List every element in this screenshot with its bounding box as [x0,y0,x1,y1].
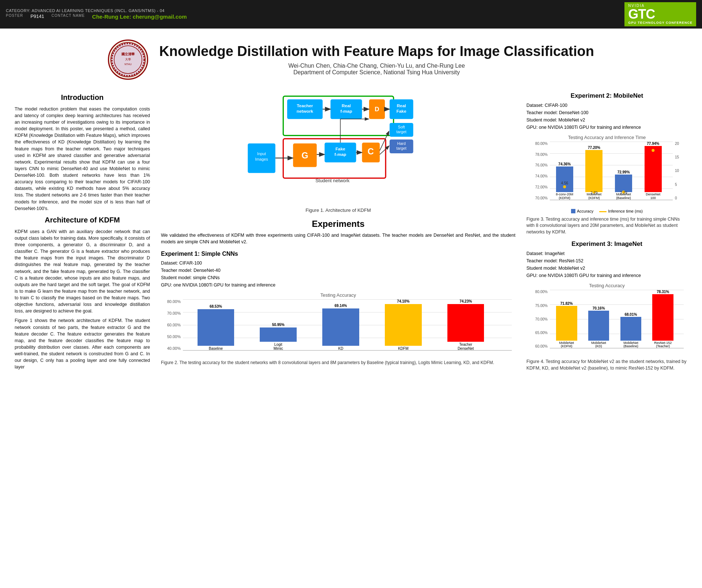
exp2-chart-title: Testing Accuracy and Inference Time [526,135,687,140]
exp2-chart: Testing Accuracy and Inference Time 80.0… [526,135,687,213]
exp1-chart: Testing Accuracy 80.00% 70.00% 60.00% 50… [161,292,515,358]
header-contact: POSTER P9141 CONTACT NAME Che-Rung Lee: … [6,14,187,20]
logo-block: NVIDIA GTC GPU TECHNOLOGY CONFERENCE [628,4,692,25]
svg-text:NTHU: NTHU [124,63,131,65]
exp3-chart-title: Testing Accuracy [526,283,687,288]
architecture-diagram: Teacher network Real f-map D Real Fake [236,92,441,204]
svg-text:大學: 大學 [125,58,131,61]
svg-text:f-map: f-map [340,109,352,114]
svg-text:2.79: 2.79 [590,191,598,195]
svg-text:target: target [396,146,406,150]
svg-text:Fake: Fake [335,146,345,151]
paper-title: Knowledge Distillation with Feature Maps… [159,44,594,60]
exp2-dataset: Dataset: CIFAR-100 [526,102,687,109]
exp2-heading: Experiment 2: MobileNet [526,92,687,100]
exp2-student: Student model: MobileNet v2 [526,116,687,124]
svg-text:G: G [301,151,308,160]
svg-text:C: C [367,147,373,156]
figure2-caption: Figure 2. The testing accuracy for the s… [161,360,515,365]
exp1-heading: Experiment 1: Simple CNNs [161,251,515,257]
exp1-info: Dataset: CIFAR-100 Teacher model: DenseN… [161,259,515,289]
left-column: Introduction The model reduction problem… [15,92,150,374]
svg-text:Fake: Fake [396,109,406,114]
exp3-teacher: Teacher model: ResNet-152 [526,257,687,265]
exp1-gpu: GPU: one NVIDIA 1080Ti GPU for training … [161,281,515,289]
figure4-caption: Figure 4. Testing accuracy for MobileNet… [526,359,687,371]
svg-text:Real: Real [342,103,351,108]
figure3-caption: Figure 3. Testing accuracy and inference… [526,216,687,236]
svg-text:Student network: Student network [315,177,350,183]
university-logo: 國立清華 大學 NTHU [108,40,148,80]
experiments-heading: Experiments [161,219,515,229]
exp1-grid: 68.53% Baseline 50.95% LogitMimic [183,299,512,351]
intro-heading: Introduction [15,92,150,103]
arch-heading: Architecture of KDFM [15,215,150,225]
bar-resnet152: 78.31% ResNet-152(Teacher) [649,290,677,348]
svg-text:target: target [396,130,406,134]
bar-mobilenet-baseline-inet: 68.01% MobileNet(Baseline) [617,290,645,348]
category-label: CATEGORY: ADVANCED AI LEARNING TECHNIQUE… [6,8,187,13]
bar-baseline: 68.53% Baseline [193,299,239,351]
svg-text:4.56: 4.56 [561,181,568,185]
bar-mobilenet-kdfm-inet: 71.82% MobileNet(KDFM) [552,290,581,348]
exp2-gpu: GPU: one NVIDIA 1080Ti GPU for training … [526,124,687,131]
exp2-right-y: 20 15 10 5 0 [673,142,687,200]
svg-text:f-map: f-map [334,152,346,157]
header: CATEGORY: ADVANCED AI LEARNING TECHNIQUE… [0,0,702,29]
bar-mobilenet-kd-inet: 70.16% MobileNet(KD) [585,290,613,348]
svg-text:Hard: Hard [397,141,405,146]
university-seal: 國立清華 大學 NTHU [110,41,146,78]
bar-kd: 69.14% KD [318,299,364,351]
svg-text:Real: Real [397,103,406,108]
legend-inference-time: Inference time (ms) [599,209,643,213]
kdfm-diagram-svg: Teacher network Real f-map D Real Fake [236,92,441,203]
arch-paragraph-1: KDFM uses a GAN with an auxiliary decode… [15,228,150,315]
svg-text:2.79: 2.79 [620,191,627,195]
contact-label: CONTACT NAME [52,14,85,20]
poster-label: POSTER [6,14,23,20]
experiments-section: Experiments We validated the effectivene… [161,219,515,371]
middle-column: Teacher network Real f-map D Real Fake [161,92,515,371]
exp1-y-axis: 80.00% 70.00% 60.00% 50.00% 40.00% [161,299,182,351]
nvidia-gtc-logo: NVIDIA GTC GPU TECHNOLOGY CONFERENCE [624,2,696,26]
svg-text:Teacher: Teacher [297,103,313,108]
bar-teacher: 74.23% TeacherDenseNet [443,299,489,351]
title-text-block: Knowledge Distillation with Feature Maps… [159,44,594,76]
exp3-gpu: GPU: one NVIDIA 1080Ti GPU for training … [526,272,687,279]
exp3-y-axis: 80.00% 75.00% 70.00% 65.00% 60.00% [526,290,549,348]
svg-text:Input: Input [257,151,266,156]
exp3-student: Student model: MobileNet v2 [526,265,687,272]
svg-point-50 [652,149,654,152]
figure1-caption: Figure 1. Architecture of KDFM [305,207,371,213]
gtc-subtext: GPU TECHNOLOGY CONFERENCE [628,21,692,25]
legend-acc-label: Accuracy [577,209,593,213]
poster-num: P9141 [30,14,44,20]
legend-time-label: Inference time (ms) [608,209,643,213]
exp3-dataset: Dataset: ImageNet [526,250,687,257]
exp3-heading: Experiment 3: ImageNet [526,240,687,248]
exp2-left-y: 80.00% 78.00% 76.00% 74.00% 72.00% 70.00… [526,142,549,200]
arch-paragraph-2: Figure 1 shows the network architecture … [15,317,150,370]
experiments-description: We validated the effectiveness of KDFM w… [161,232,515,245]
exp1-student: Student model: simple CNNs [161,274,515,281]
experiment1-block: Experiment 1: Simple CNNs Dataset: CIFAR… [161,251,515,365]
exp2-legend: Accuracy Inference time (ms) [526,209,687,213]
exp3-bars-area: 71.82% MobileNet(KDFM) 70.16% MobileNet(… [550,290,684,348]
svg-text:D: D [375,105,379,112]
exp2-info: Dataset: CIFAR-100 Teacher model: DenseN… [526,102,687,131]
exp1-dataset: Dataset: CIFAR-100 [161,259,515,267]
exp1-chart-title: Testing Accuracy [161,292,515,298]
right-column: Experiment 2: MobileNet Dataset: CIFAR-1… [526,92,687,377]
svg-text:Images: Images [255,157,268,161]
bar-logit: 50.95% LogitMimic [255,299,301,351]
legend-accuracy: Accuracy [571,209,593,213]
bar-kdfm: 74.10% KDFM [380,299,426,351]
svg-text:Soft: Soft [398,125,405,129]
authors: Wei-Chun Chen, Chia-Che Chang, Chien-Yu … [159,63,594,69]
affiliation: Department of Computer Science, National… [159,69,594,76]
contact-email: Che-Rung Lee: cherung@gmail.com [92,14,187,20]
exp3-chart-area: 80.00% 75.00% 70.00% 65.00% 60.00% [526,290,687,356]
poster-body: 國立清華 大學 NTHU Knowledge Distillation with… [0,29,702,388]
svg-text:國立清華: 國立清華 [121,52,135,56]
title-section: 國立清華 大學 NTHU Knowledge Distillation with… [15,36,687,83]
